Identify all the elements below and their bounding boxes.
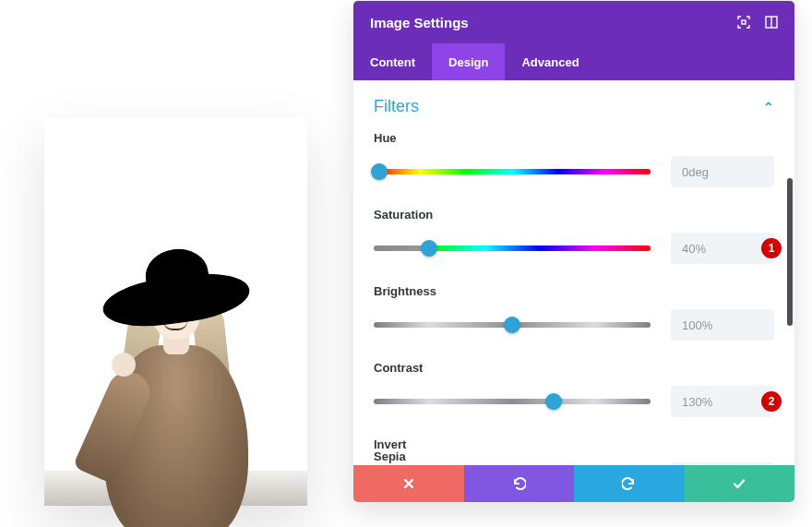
undo-icon (511, 476, 526, 491)
row-hue: Hue 0deg (374, 131, 774, 187)
section-header-filters[interactable]: Filters ⌃ (374, 97, 774, 116)
panel-header: Image Settings Content Design Advanced (353, 1, 794, 80)
section-title: Filters (374, 97, 419, 116)
undo-button[interactable] (464, 465, 575, 502)
redo-button[interactable] (574, 465, 685, 502)
panel-title: Image Settings (370, 15, 469, 30)
input-saturation[interactable]: 40% 1 (671, 233, 774, 264)
panel-footer (353, 465, 794, 502)
label-brightness: Brightness (374, 284, 774, 298)
slider-saturation[interactable] (374, 246, 651, 251)
callout-badge-1: 1 (761, 238, 782, 258)
row-brightness: Brightness 100% (374, 284, 774, 341)
close-button[interactable] (353, 465, 464, 502)
callout-badge-2: 2 (761, 391, 782, 412)
row-contrast: Contrast 130% 2 (374, 361, 774, 417)
row-invert: Invert 0% (374, 437, 774, 465)
image-preview (44, 118, 307, 506)
input-brightness[interactable]: 100% (671, 309, 774, 341)
slider-contrast[interactable] (374, 399, 651, 404)
scrollbar-thumb[interactable] (787, 178, 793, 326)
label-saturation: Saturation (374, 208, 774, 222)
slider-hue[interactable] (374, 169, 651, 174)
panel-body: Filters ⌃ Hue 0deg Saturation (353, 80, 794, 465)
label-sepia-cutoff: Sepia (374, 449, 406, 463)
label-hue: Hue (374, 131, 774, 145)
tab-advanced[interactable]: Advanced (505, 43, 595, 80)
layout-icon[interactable] (765, 16, 778, 29)
redo-icon (622, 476, 637, 491)
label-contrast: Contrast (374, 361, 774, 375)
tab-content[interactable]: Content (353, 43, 432, 80)
input-invert[interactable]: 0% (671, 462, 774, 465)
input-hue[interactable]: 0deg (671, 156, 774, 187)
check-icon (732, 476, 746, 491)
row-saturation: Saturation 40% 1 (374, 208, 774, 264)
input-contrast[interactable]: 130% 2 (671, 386, 774, 417)
close-icon (402, 477, 415, 490)
confirm-button[interactable] (685, 465, 795, 502)
slider-brightness[interactable] (374, 322, 651, 328)
chevron-up-icon: ⌃ (763, 100, 774, 114)
label-invert: Invert (374, 437, 774, 451)
tabs: Content Design Advanced (353, 43, 794, 80)
tab-design[interactable]: Design (432, 43, 505, 80)
expand-icon[interactable] (737, 16, 750, 29)
svg-rect-0 (742, 20, 746, 24)
image-settings-panel: Image Settings Content Design Advanced F… (352, 0, 795, 503)
